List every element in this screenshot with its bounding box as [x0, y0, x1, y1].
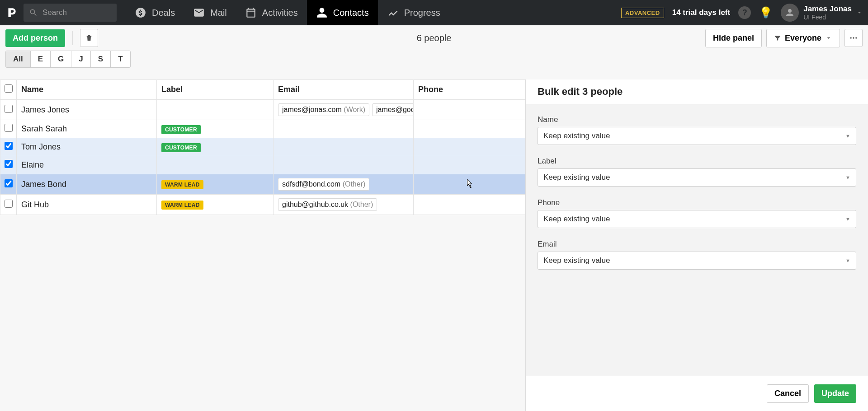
cell-label[interactable]: WARM LEAD [157, 174, 274, 195]
cell-phone[interactable] [414, 100, 526, 120]
nav-mail[interactable]: Mail [184, 0, 236, 25]
cell-label[interactable]: CUSTOMER [157, 138, 274, 156]
more-button[interactable] [844, 29, 863, 47]
cell-label[interactable]: CUSTOMER [157, 120, 274, 138]
hide-panel-button[interactable]: Hide panel [705, 29, 762, 47]
delete-button[interactable] [80, 29, 98, 47]
col-email[interactable]: Email [274, 80, 414, 100]
email-chip[interactable]: github@github.co.uk (Other) [278, 198, 377, 211]
email-chip[interactable]: james@jonas.com (Work) [278, 103, 369, 116]
bulk-edit-panel: Bulk edit 3 people NameKeep existing val… [525, 79, 868, 411]
row-checkbox[interactable] [5, 142, 13, 150]
nav-activities[interactable]: Activities [236, 0, 307, 25]
cell-name[interactable]: Tom Jones [17, 138, 157, 156]
tips-button[interactable]: 💡 [759, 6, 773, 19]
cell-label[interactable] [157, 156, 274, 174]
filter-dropdown[interactable]: Everyone [766, 29, 840, 47]
select-all-checkbox[interactable] [5, 84, 13, 93]
cell-name[interactable]: James Jones [17, 100, 157, 120]
field-phone: PhoneKeep existing value▼ [538, 198, 856, 228]
field-label: Label [538, 157, 856, 166]
cell-phone[interactable] [414, 156, 526, 174]
cell-phone[interactable] [414, 174, 526, 195]
dollar-icon [135, 7, 146, 19]
people-count: 6 people [417, 33, 452, 43]
email-chip[interactable]: james@goog [372, 103, 414, 116]
user-sub: UI Feed [803, 14, 852, 21]
row-checkbox[interactable] [5, 200, 13, 208]
cell-email[interactable] [274, 138, 414, 156]
alpha-t[interactable]: T [111, 51, 130, 67]
help-button[interactable]: ? [738, 6, 751, 19]
alpha-g[interactable]: G [51, 51, 71, 67]
search-input[interactable] [42, 8, 106, 17]
alpha-s[interactable]: S [91, 51, 111, 67]
alpha-all[interactable]: All [6, 51, 31, 67]
search-icon [29, 8, 38, 17]
col-label[interactable]: Label [157, 80, 274, 100]
toolbar: Add person 6 people Hide panel Everyone [0, 25, 868, 51]
cell-email[interactable] [274, 120, 414, 138]
row-checkbox[interactable] [5, 179, 13, 187]
app-logo[interactable] [0, 7, 24, 19]
col-phone[interactable]: Phone [414, 80, 526, 100]
cell-label[interactable] [157, 100, 274, 120]
svg-point-2 [855, 37, 857, 38]
update-button[interactable]: Update [814, 384, 856, 403]
cell-name[interactable]: Git Hub [17, 195, 157, 215]
table-row[interactable]: Git HubWARM LEADgithub@github.co.uk (Oth… [0, 195, 526, 215]
chevron-down-icon [856, 9, 863, 16]
nav-deals[interactable]: Deals [126, 0, 184, 25]
col-name[interactable]: Name [17, 80, 157, 100]
add-person-button[interactable]: Add person [5, 29, 65, 47]
row-checkbox[interactable] [5, 124, 13, 132]
nav-activities-label: Activities [262, 8, 298, 18]
nav-contacts[interactable]: Contacts [307, 0, 378, 25]
alpha-j[interactable]: J [71, 51, 90, 67]
cell-name[interactable]: Elaine [17, 156, 157, 174]
search-box[interactable] [24, 4, 117, 22]
table-row[interactable]: James Jonesjames@jonas.com (Work)james@g… [0, 100, 526, 120]
cell-name[interactable]: Sarah Sarah [17, 120, 157, 138]
table-row[interactable]: Elaine [0, 156, 526, 174]
cell-label[interactable]: WARM LEAD [157, 195, 274, 215]
label-tag: CUSTOMER [161, 143, 201, 152]
nav-progress[interactable]: Progress [378, 0, 449, 25]
row-checkbox[interactable] [5, 160, 13, 168]
alpha-filter: AllEGJST [0, 51, 868, 72]
trial-text: 14 trial days left [672, 8, 731, 17]
cell-phone[interactable] [414, 195, 526, 215]
table-row[interactable]: Sarah SarahCUSTOMER [0, 120, 526, 138]
field-select[interactable]: Keep existing value▼ [538, 252, 856, 270]
email-chip[interactable]: sdfsdf@bond.com (Other) [278, 178, 369, 191]
cell-name[interactable]: James Bond [17, 174, 157, 195]
cell-email[interactable]: sdfsdf@bond.com (Other) [274, 174, 414, 195]
cell-email[interactable]: james@jonas.com (Work)james@goog [274, 100, 414, 120]
separator [72, 31, 73, 45]
chevron-down-icon [825, 34, 832, 42]
cell-phone[interactable] [414, 120, 526, 138]
table-row[interactable]: James BondWARM LEADsdfsdf@bond.com (Othe… [0, 174, 526, 195]
calendar-icon [245, 7, 257, 19]
field-select[interactable]: Keep existing value▼ [538, 210, 856, 228]
filter-icon [774, 34, 781, 42]
cell-email[interactable] [274, 156, 414, 174]
user-menu[interactable]: James Jonas UI Feed [781, 4, 863, 22]
plan-badge: ADVANCED [621, 8, 664, 18]
mail-icon [193, 7, 205, 19]
cell-phone[interactable] [414, 138, 526, 156]
field-email: EmailKeep existing value▼ [538, 240, 856, 270]
field-select[interactable]: Keep existing value▼ [538, 168, 856, 187]
field-label: Name [538, 115, 856, 124]
field-label: Phone [538, 198, 856, 207]
more-icon [849, 33, 858, 42]
field-select[interactable]: Keep existing value▼ [538, 127, 856, 145]
row-checkbox[interactable] [5, 105, 13, 113]
alpha-e[interactable]: E [31, 51, 51, 67]
nav-progress-label: Progress [404, 8, 440, 18]
table-row[interactable]: Tom JonesCUSTOMER [0, 138, 526, 156]
trash-icon [85, 34, 93, 42]
cancel-button[interactable]: Cancel [767, 384, 809, 403]
cell-email[interactable]: github@github.co.uk (Other) [274, 195, 414, 215]
user-name: James Jonas [803, 5, 852, 14]
